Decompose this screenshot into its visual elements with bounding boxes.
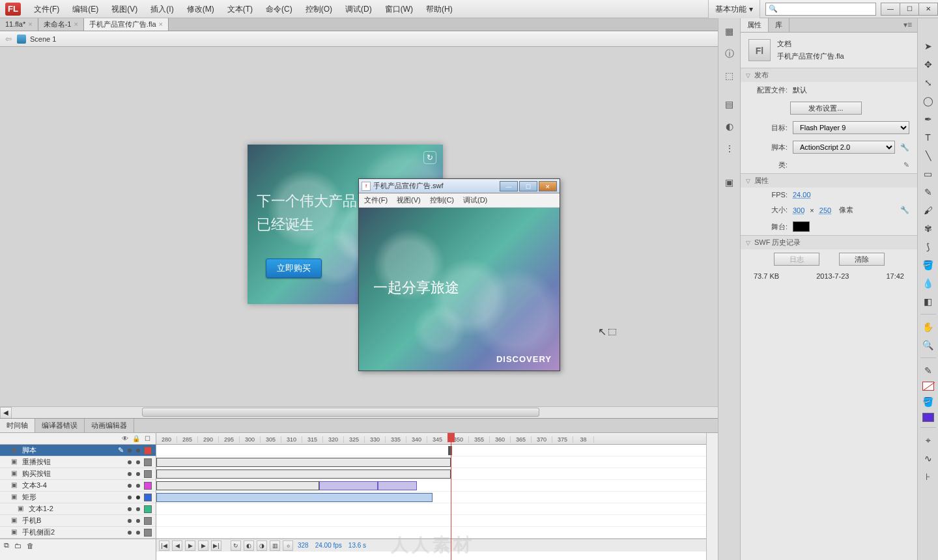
layer-color-swatch[interactable] [144,505,152,513]
outline-icon[interactable]: ☐ [143,435,152,442]
close-button[interactable]: ✕ [539,181,557,191]
minimize-button[interactable]: — [500,181,518,191]
next-frame-icon[interactable]: ▶ [198,540,208,551]
swf-menu-view[interactable]: 视图(V) [397,195,421,205]
file-tab[interactable]: 手机产品宣传广告.fla× [84,18,169,31]
pencil-tool-icon[interactable]: ✎ [921,185,935,199]
script-select[interactable]: ActionScript 2.0 [793,141,895,154]
zoom-tool-icon[interactable]: 🔍 [921,338,935,352]
frame-row[interactable] [156,503,706,515]
menu-text[interactable]: 文本(T) [221,0,259,18]
layer-row[interactable]: ▣文本3-4 [0,480,156,492]
stroke-color-icon[interactable]: ✎ [921,363,935,378]
menu-commands[interactable]: 命令(C) [259,0,299,18]
modify-markers-icon[interactable]: ⟐ [283,540,293,551]
back-arrow-icon[interactable]: ⇦ [5,35,12,44]
close-icon[interactable]: × [74,18,78,31]
layer-row[interactable]: ▣购买按钮 [0,468,156,480]
minimize-button[interactable]: — [881,3,900,16]
brush-tool-icon[interactable]: 🖌 [921,203,935,217]
reload-icon[interactable]: ↻ [423,151,436,164]
tab-motion-editor[interactable]: 动画编辑器 [85,419,134,432]
text-tool-icon[interactable]: T [921,130,935,145]
menu-insert[interactable]: 插入(I) [144,0,180,18]
layer-color-swatch[interactable] [144,529,152,537]
width-value[interactable]: 300 [793,206,804,214]
color-panel-icon[interactable]: ◐ [723,120,736,133]
menu-file[interactable]: 文件(F) [27,0,66,18]
eye-icon[interactable]: 👁 [121,435,130,442]
new-layer-icon[interactable]: ⧉ [4,541,9,550]
loop-icon[interactable]: ↻ [231,540,241,551]
frame-row[interactable] [156,527,706,539]
onion-skin-icon[interactable]: ◐ [244,540,254,551]
layer-row[interactable]: ▣矩形 [0,492,156,503]
tab-compiler-errors[interactable]: 编译器错误 [35,419,85,432]
pen-tool-icon[interactable]: ✒ [921,112,935,126]
lock-icon[interactable]: 🔒 [132,435,141,442]
swf-menu-control[interactable]: 控制(C) [430,195,454,205]
maximize-button[interactable]: ☐ [900,3,919,16]
tab-timeline[interactable]: 时间轴 [0,419,35,432]
menu-window[interactable]: 窗口(W) [378,0,419,18]
edit-multiple-icon[interactable]: ▥ [270,540,280,551]
panel-menu-icon[interactable]: ▾≡ [898,18,917,32]
info-panel-icon[interactable]: ⓘ [723,47,736,60]
fps-value[interactable]: 24.00 [793,191,811,199]
paint-bucket-tool-icon[interactable]: 🪣 [921,258,935,272]
frame-ruler[interactable]: 2802852902953003053103153203253303353403… [156,433,706,445]
layer-row[interactable]: ▣手机B [0,515,156,527]
last-frame-icon[interactable]: ▶| [211,540,221,551]
layer-row[interactable]: ▣重播按钮 [0,456,156,468]
swatches-panel-icon[interactable]: ⋮ [723,142,736,155]
delete-layer-icon[interactable]: 🗑 [27,542,34,550]
scroll-left-icon[interactable]: ◀ [0,407,12,419]
tab-properties[interactable]: 属性 [741,18,769,32]
frame-row[interactable] [156,445,706,456]
play-icon[interactable]: ▶ [185,540,195,551]
deco-tool-icon[interactable]: ✾ [921,221,935,236]
onion-outline-icon[interactable]: ◑ [257,540,267,551]
maximize-button[interactable]: ☐ [519,181,537,191]
layer-color-swatch[interactable] [144,470,152,478]
menu-debug[interactable]: 调试(D) [339,0,378,18]
file-tab[interactable]: 未命名-1× [38,18,84,31]
frame-row[interactable] [156,492,706,503]
playhead[interactable] [451,433,451,560]
align-panel-icon[interactable]: ▦ [723,25,736,38]
snap-icon[interactable]: ⌖ [921,433,935,447]
swf-titlebar[interactable]: f 手机产品宣传广告.swf — ☐ ✕ [359,179,560,193]
straighten-icon[interactable]: ⊦ [921,469,935,484]
subselection-tool-icon[interactable]: ✥ [921,57,935,72]
rectangle-tool-icon[interactable]: ▭ [921,167,935,181]
close-icon[interactable]: × [159,18,163,31]
frame-row[interactable] [156,456,706,468]
search-box[interactable]: 🔍 [765,3,876,16]
library-panel-icon[interactable]: ▤ [723,98,736,111]
frame-grid[interactable]: 2802852902953003053103153203253303353403… [156,433,706,560]
target-select[interactable]: Flash Player 9 [793,121,909,134]
menu-help[interactable]: 帮助(H) [419,0,459,18]
layer-color-swatch[interactable] [144,458,152,466]
swf-preview-window[interactable]: f 手机产品宣传广告.swf — ☐ ✕ 文件(F) 视图(V) 控制(C) 调… [358,178,560,371]
swf-menu-debug[interactable]: 调试(D) [463,195,487,205]
close-button[interactable]: ✕ [918,3,938,16]
fill-swatch[interactable] [922,413,934,422]
publish-settings-button[interactable]: 发布设置... [790,102,862,115]
menu-view[interactable]: 视图(V) [105,0,144,18]
file-tab[interactable]: 11.fla*× [0,18,38,31]
layer-row[interactable]: ▣文本1-2 [0,503,156,515]
eraser-tool-icon[interactable]: ◧ [921,294,935,309]
frame-row[interactable] [156,480,706,492]
section-properties[interactable]: ▽属性 [741,174,917,188]
selection-tool-icon[interactable]: ➤ [921,39,935,53]
hand-tool-icon[interactable]: ✋ [921,320,935,334]
scroll-thumb[interactable] [142,408,539,417]
search-input[interactable] [780,5,873,13]
pencil-icon[interactable]: ✎ [903,161,909,169]
prev-frame-icon[interactable]: ◀ [172,540,182,551]
section-swf-history[interactable]: ▽SWF 历史记录 [741,236,917,249]
clear-button[interactable]: 清除 [839,253,885,266]
free-transform-tool-icon[interactable]: ⤡ [921,76,935,90]
layer-color-swatch[interactable] [144,517,152,525]
